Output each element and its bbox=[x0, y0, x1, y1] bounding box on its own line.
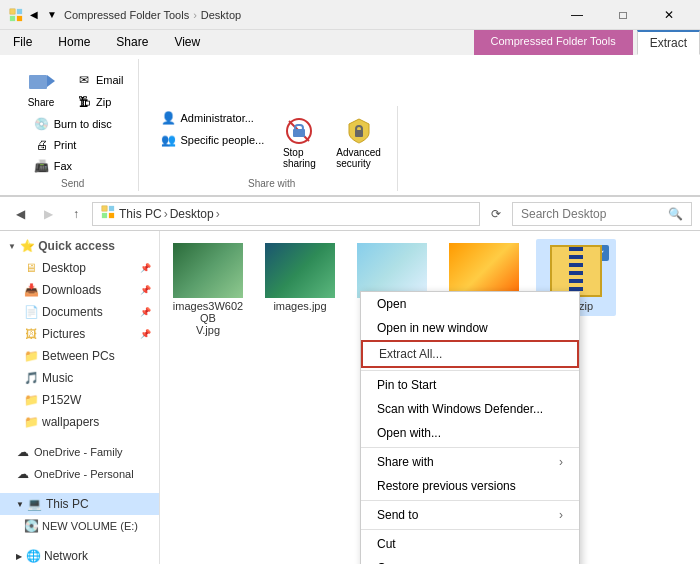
ribbon-btn-zip[interactable]: 🗜 Zip bbox=[70, 92, 130, 112]
refresh-button[interactable]: ⟳ bbox=[484, 202, 508, 226]
zip-small-icon: 🗜 bbox=[76, 94, 92, 110]
context-item-open[interactable]: Open bbox=[361, 292, 579, 316]
sidebar-pictures-label: Pictures bbox=[42, 327, 85, 341]
context-item-send-to[interactable]: Send to › bbox=[361, 503, 579, 527]
stop-sharing-icon bbox=[283, 115, 315, 147]
wallpapers-icon: 📁 bbox=[24, 415, 38, 429]
file-thumb-img3 bbox=[357, 243, 427, 298]
sidebar-item-between-pcs[interactable]: 📁 Between PCs bbox=[0, 345, 159, 367]
quick-access-icon[interactable]: ◀ bbox=[26, 7, 42, 23]
context-extract-all-label: Extract All... bbox=[379, 347, 442, 361]
sidebar-item-onedrive-family[interactable]: ☁ OneDrive - Family bbox=[0, 441, 159, 463]
ribbon-btn-print[interactable]: 🖨 Print bbox=[28, 135, 118, 155]
search-icon: 🔍 bbox=[668, 207, 683, 221]
sidebar-quick-access[interactable]: ▼ ⭐ Quick access bbox=[0, 235, 159, 257]
app-icon bbox=[8, 7, 24, 23]
sidebar-item-wallpapers[interactable]: 📁 wallpapers bbox=[0, 411, 159, 433]
context-item-pin-to-start[interactable]: Pin to Start bbox=[361, 373, 579, 397]
context-item-restore-versions[interactable]: Restore previous versions bbox=[361, 474, 579, 498]
tab-compressed-folder-tools[interactable]: Compressed Folder Tools bbox=[474, 30, 633, 55]
zip-folder-icon bbox=[550, 245, 602, 297]
p152w-icon: 📁 bbox=[24, 393, 38, 407]
context-item-cut[interactable]: Cut bbox=[361, 532, 579, 556]
file-item-img2[interactable]: images.jpg bbox=[260, 239, 340, 316]
share-label: Share bbox=[28, 97, 55, 108]
context-menu: Open Open in new window Extract All... P… bbox=[360, 291, 580, 564]
fax-icon: 📠 bbox=[34, 158, 50, 174]
this-pc-expand-icon: ▼ bbox=[16, 500, 24, 509]
context-item-share-with[interactable]: Share with › bbox=[361, 450, 579, 474]
forward-button[interactable]: ▶ bbox=[36, 202, 60, 226]
tab-extract[interactable]: Extract bbox=[637, 30, 700, 55]
advanced-security-icon bbox=[343, 115, 375, 147]
sidebar-item-this-pc[interactable]: ▼ 💻 This PC bbox=[0, 493, 159, 515]
pictures-icon: 🖼 bbox=[24, 327, 38, 341]
search-input[interactable] bbox=[521, 207, 668, 221]
context-item-scan-defender[interactable]: Scan with Windows Defender... bbox=[361, 397, 579, 421]
svg-rect-14 bbox=[109, 213, 114, 218]
fax-label: Fax bbox=[54, 160, 72, 172]
music-icon: 🎵 bbox=[24, 371, 38, 385]
sidebar-item-music[interactable]: 🎵 Music bbox=[0, 367, 159, 389]
context-item-open-with[interactable]: Open with... bbox=[361, 421, 579, 445]
address-path[interactable]: This PC › Desktop › bbox=[92, 202, 480, 226]
ribbon-btn-fax[interactable]: 📠 Fax bbox=[28, 156, 118, 176]
sidebar-divider-1 bbox=[0, 433, 159, 441]
svg-rect-3 bbox=[17, 15, 22, 20]
sidebar-item-documents[interactable]: 📄 Documents 📌 bbox=[0, 301, 159, 323]
sidebar-item-onedrive-personal[interactable]: ☁ OneDrive - Personal bbox=[0, 463, 159, 485]
context-send-to-arrow: › bbox=[559, 508, 563, 522]
admin-icon: 👤 bbox=[161, 110, 177, 126]
sidebar-item-network[interactable]: ▶ 🌐 Network bbox=[0, 545, 159, 564]
ribbon-btn-share[interactable]: Share bbox=[16, 61, 66, 112]
close-button[interactable]: ✕ bbox=[646, 0, 692, 30]
minimize-button[interactable]: — bbox=[554, 0, 600, 30]
pin-icon-desktop: 📌 bbox=[140, 263, 151, 273]
title-bar: ◀ ▼ Compressed Folder Tools › Desktop — … bbox=[0, 0, 700, 30]
sidebar-item-pictures[interactable]: 🖼 Pictures 📌 bbox=[0, 323, 159, 345]
tab-share[interactable]: Share bbox=[103, 30, 161, 55]
email-label: Email bbox=[96, 74, 124, 86]
ribbon-btn-stop-sharing[interactable]: Stopsharing bbox=[274, 111, 324, 173]
maximize-button[interactable]: □ bbox=[600, 0, 646, 30]
ribbon-btn-burn[interactable]: 💿 Burn to disc bbox=[28, 114, 118, 134]
context-item-open-new-window[interactable]: Open in new window bbox=[361, 316, 579, 340]
ribbon-btn-admin[interactable]: 👤 Administrator... bbox=[155, 108, 271, 128]
title-separator: › bbox=[193, 9, 197, 21]
tab-file[interactable]: File bbox=[0, 30, 45, 55]
ribbon-group-share-with: 👤 Administrator... 👥 Specific people... bbox=[147, 106, 398, 191]
onedrive-family-icon: ☁ bbox=[16, 445, 30, 459]
sidebar-network-label: Network bbox=[44, 549, 88, 563]
context-share-with-arrow: › bbox=[559, 455, 563, 469]
documents-icon: 📄 bbox=[24, 305, 38, 319]
ribbon-btn-email[interactable]: ✉ Email bbox=[70, 70, 130, 90]
file-item-img1[interactable]: images3W602QBV.jpg bbox=[168, 239, 248, 340]
tab-view[interactable]: View bbox=[161, 30, 213, 55]
back-button[interactable]: ◀ bbox=[8, 202, 32, 226]
ribbon-btn-specific[interactable]: 👥 Specific people... bbox=[155, 130, 271, 150]
title-bar-left: ◀ ▼ Compressed Folder Tools › Desktop bbox=[8, 7, 241, 23]
context-open-label: Open bbox=[377, 297, 406, 311]
search-box[interactable]: 🔍 bbox=[512, 202, 692, 226]
context-item-extract-all[interactable]: Extract All... bbox=[361, 340, 579, 368]
tab-home[interactable]: Home bbox=[45, 30, 103, 55]
sidebar-this-pc-label: This PC bbox=[46, 497, 89, 511]
file-thumb-zip: ✓ bbox=[541, 243, 611, 298]
properties-icon[interactable]: ▼ bbox=[44, 7, 60, 23]
title-bar-icons: ◀ ▼ bbox=[8, 7, 60, 23]
sidebar-item-p152w[interactable]: 📁 P152W bbox=[0, 389, 159, 411]
sidebar-item-downloads[interactable]: 📥 Downloads 📌 bbox=[0, 279, 159, 301]
desktop-icon: 🖥 bbox=[24, 261, 38, 275]
up-button[interactable]: ↑ bbox=[64, 202, 88, 226]
sidebar-p152w-label: P152W bbox=[42, 393, 81, 407]
compressed-folder-tools-label: Compressed Folder Tools bbox=[64, 9, 189, 21]
svg-rect-1 bbox=[17, 8, 22, 13]
zip-label: Zip bbox=[96, 96, 111, 108]
sidebar-item-new-volume[interactable]: 💽 NEW VOLUME (E:) bbox=[0, 515, 159, 537]
sidebar-item-desktop[interactable]: 🖥 Desktop 📌 bbox=[0, 257, 159, 279]
ribbon-btn-adv-security[interactable]: Advancedsecurity bbox=[328, 111, 388, 173]
sidebar-desktop-label: Desktop bbox=[42, 261, 86, 275]
context-item-copy[interactable]: Copy bbox=[361, 556, 579, 564]
window-controls: — □ ✕ bbox=[554, 0, 692, 30]
ribbon-group-send: Share ✉ Email 🗜 Zip 💿 Burn to disc bbox=[8, 59, 139, 191]
